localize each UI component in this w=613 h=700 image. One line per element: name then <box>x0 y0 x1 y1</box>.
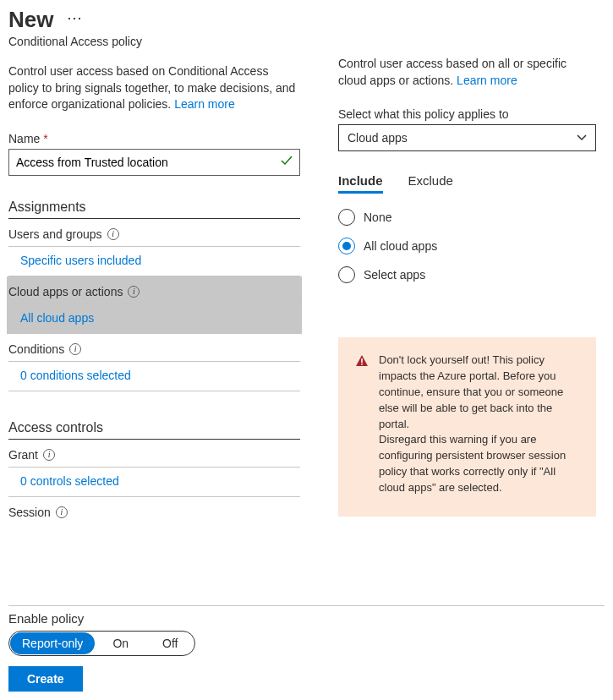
session-row[interactable]: Session i <box>8 497 300 524</box>
right-description: Control user access based on all or spec… <box>338 56 596 89</box>
users-groups-row[interactable]: Users and groups i <box>8 219 300 247</box>
info-icon[interactable]: i <box>128 286 140 298</box>
access-controls-heading: Access controls <box>8 420 300 440</box>
warning-icon <box>355 354 369 496</box>
left-description: Control user access based on Conditional… <box>8 63 300 113</box>
applies-to-label: Select what this policy applies to <box>338 107 596 121</box>
learn-more-link[interactable]: Learn more <box>457 74 517 87</box>
info-icon[interactable]: i <box>56 506 68 518</box>
name-label: Name * <box>8 132 300 145</box>
checkmark-icon <box>280 154 293 171</box>
enable-policy-label: Enable policy <box>8 611 605 626</box>
cloud-apps-row[interactable]: Cloud apps or actions i <box>7 276 302 304</box>
info-icon[interactable]: i <box>69 343 81 355</box>
users-groups-value[interactable]: Specific users included <box>8 247 300 276</box>
radio-none[interactable]: None <box>338 209 596 226</box>
assignments-heading: Assignments <box>8 200 300 219</box>
applies-to-select[interactable]: Cloud apps <box>338 124 596 151</box>
chevron-down-icon <box>577 133 587 143</box>
grant-row[interactable]: Grant i <box>8 440 300 468</box>
conditions-value[interactable]: 0 conditions selected <box>8 362 300 391</box>
enable-policy-toggle[interactable]: Report-only On Off <box>8 631 195 656</box>
warning-banner: Don't lock yourself out! This policy imp… <box>338 337 596 517</box>
name-input[interactable] <box>8 149 300 176</box>
conditions-row[interactable]: Conditions i <box>8 334 300 362</box>
info-icon[interactable]: i <box>43 449 55 461</box>
page-subtitle: Conditional Access policy <box>8 35 300 48</box>
radio-all-cloud-apps[interactable]: All cloud apps <box>338 238 596 254</box>
grant-value[interactable]: 0 controls selected <box>8 468 300 497</box>
tab-exclude[interactable]: Exclude <box>408 173 453 194</box>
create-button[interactable]: Create <box>8 666 83 692</box>
more-actions-icon[interactable]: ⋯ <box>67 8 82 32</box>
toggle-report-only[interactable]: Report-only <box>10 632 95 654</box>
radio-select-apps[interactable]: Select apps <box>338 266 596 283</box>
info-icon[interactable]: i <box>107 228 119 240</box>
toggle-on[interactable]: On <box>96 632 145 655</box>
svg-rect-0 <box>361 358 363 363</box>
svg-rect-1 <box>361 364 363 365</box>
cloud-apps-value[interactable]: All cloud apps <box>7 304 302 334</box>
learn-more-link[interactable]: Learn more <box>174 97 235 111</box>
tab-include[interactable]: Include <box>338 173 383 194</box>
page-title: New <box>8 7 53 33</box>
toggle-off[interactable]: Off <box>145 632 194 655</box>
